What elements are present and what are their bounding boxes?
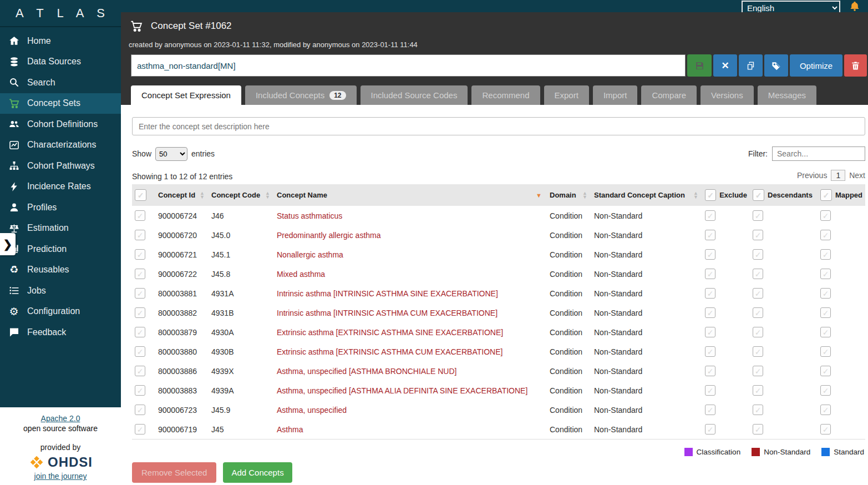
sidebar-item-home[interactable]: Home	[0, 31, 121, 52]
sidebar-item-jobs[interactable]: Jobs	[0, 280, 121, 301]
exclude-all-checkbox[interactable]: ✓	[705, 189, 716, 201]
concept-name-link[interactable]: Extrinsic asthma [EXTRINSIC ASTHMA SINE …	[277, 328, 503, 337]
sidebar-item-concept-sets[interactable]: Concept Sets	[0, 93, 121, 114]
descendants-all-checkbox[interactable]: ✓	[753, 189, 764, 201]
apache-license-link[interactable]: Apache 2.0	[41, 414, 80, 423]
mapped-checkbox[interactable]: ✓	[820, 249, 831, 260]
mapped-checkbox[interactable]: ✓	[820, 366, 831, 376]
filter-input[interactable]	[772, 146, 865, 161]
descendants-checkbox[interactable]: ✓	[753, 230, 763, 240]
concept-name-link[interactable]: Nonallergic asthma	[277, 250, 343, 259]
row-select-checkbox[interactable]: ✓	[135, 288, 145, 299]
select-all-header[interactable]: ✓	[132, 184, 155, 206]
exclude-checkbox[interactable]: ✓	[705, 249, 715, 260]
close-button[interactable]: ✕	[713, 54, 737, 77]
remove-selected-button[interactable]: Remove Selected	[132, 462, 216, 483]
sidebar-item-estimation[interactable]: Estimation	[0, 218, 121, 239]
mapped-checkbox[interactable]: ✓	[820, 269, 831, 279]
exclude-checkbox[interactable]: ✓	[705, 385, 715, 396]
tab-concept-set-expression[interactable]: Concept Set Expression	[131, 85, 241, 105]
sidebar-item-reusables[interactable]: ♻Reusables	[0, 260, 121, 281]
descendants-checkbox[interactable]: ✓	[753, 327, 763, 337]
concept-name-link[interactable]: Extrinsic asthma [EXTRINSIC ASTHMA CUM E…	[277, 347, 502, 356]
column-standard-concept-caption[interactable]: Standard Concept Caption▲▼	[591, 184, 702, 206]
descendants-checkbox[interactable]: ✓	[753, 249, 763, 260]
concept-name-link[interactable]: Asthma, unspecified [ASTHMA BRONCHIALE N…	[277, 367, 456, 376]
column-domain[interactable]: Domain▲▼	[547, 184, 591, 206]
sidebar-item-incidence-rates[interactable]: Incidence Rates	[0, 176, 121, 198]
column-mapped[interactable]: ✓Mapped	[818, 184, 865, 206]
exclude-checkbox[interactable]: ✓	[705, 327, 715, 337]
column-exclude[interactable]: ✓Exclude	[702, 184, 750, 206]
row-select-checkbox[interactable]: ✓	[135, 424, 145, 435]
descendants-checkbox[interactable]: ✓	[753, 405, 763, 415]
tab-import[interactable]: Import	[593, 85, 638, 105]
exclude-checkbox[interactable]: ✓	[705, 307, 715, 318]
tab-export[interactable]: Export	[544, 85, 589, 105]
concept-set-name-input[interactable]	[131, 54, 686, 77]
mapped-checkbox[interactable]: ✓	[820, 288, 831, 299]
descendants-checkbox[interactable]: ✓	[753, 288, 763, 299]
previous-page-button[interactable]: Previous	[797, 171, 827, 180]
sidebar-item-prediction[interactable]: Prediction	[0, 239, 121, 260]
row-select-checkbox[interactable]: ✓	[135, 385, 145, 396]
concept-name-link[interactable]: Asthma, unspecified [ASTHMA ALIA DEFINIT…	[277, 386, 527, 395]
mapped-checkbox[interactable]: ✓	[820, 405, 831, 415]
description-input[interactable]	[132, 117, 865, 135]
concept-name-link[interactable]: Intrinsic asthma [INTRINSIC ASTHMA CUM E…	[277, 309, 498, 317]
mapped-checkbox[interactable]: ✓	[820, 385, 831, 396]
mapped-checkbox[interactable]: ✓	[820, 346, 831, 357]
mapped-checkbox[interactable]: ✓	[820, 424, 831, 435]
tab-included-source-codes[interactable]: Included Source Codes	[361, 85, 468, 105]
row-select-checkbox[interactable]: ✓	[135, 269, 145, 279]
page-number-button[interactable]: 1	[831, 170, 845, 181]
concept-name-link[interactable]: Predominantly allergic asthma	[277, 231, 381, 240]
exclude-checkbox[interactable]: ✓	[705, 230, 715, 240]
row-select-checkbox[interactable]: ✓	[135, 307, 145, 318]
tab-recommend[interactable]: Recommend	[471, 85, 540, 105]
descendants-checkbox[interactable]: ✓	[753, 346, 763, 357]
sidebar-item-cohort-pathways[interactable]: Cohort Pathways	[0, 155, 121, 176]
exclude-checkbox[interactable]: ✓	[705, 288, 715, 299]
row-select-checkbox[interactable]: ✓	[135, 405, 145, 415]
mapped-checkbox[interactable]: ✓	[820, 210, 831, 221]
sidebar-item-search[interactable]: Search	[0, 72, 121, 93]
row-select-checkbox[interactable]: ✓	[135, 327, 145, 337]
column-concept-code[interactable]: Concept Code▲▼	[209, 184, 274, 206]
exclude-checkbox[interactable]: ✓	[705, 424, 715, 435]
join-journey-link[interactable]: join the journey	[34, 472, 87, 481]
column-descendants[interactable]: ✓Descendants	[750, 184, 818, 206]
add-concepts-button[interactable]: Add Concepts	[223, 462, 292, 483]
concept-name-link[interactable]: Intrinsic asthma [INTRINSIC ASTHMA SINE …	[277, 289, 498, 298]
tab-compare[interactable]: Compare	[641, 85, 697, 105]
column-concept-name[interactable]: Concept Name▼	[274, 184, 547, 206]
sidebar-item-configuration[interactable]: ⚙Configuration	[0, 301, 121, 322]
select-all-checkbox[interactable]: ✓	[135, 189, 146, 201]
copy-button[interactable]	[739, 54, 763, 77]
exclude-checkbox[interactable]: ✓	[705, 269, 715, 279]
tab-messages[interactable]: Messages	[758, 85, 816, 105]
column-concept-id[interactable]: Concept Id▲▼	[155, 184, 209, 206]
descendants-checkbox[interactable]: ✓	[753, 424, 763, 435]
sidebar-item-profiles[interactable]: Profiles	[0, 197, 121, 218]
concept-name-link[interactable]: Mixed asthma	[277, 270, 325, 279]
descendants-checkbox[interactable]: ✓	[753, 385, 763, 396]
sidebar-item-cohort-definitions[interactable]: Cohort Definitions	[0, 114, 121, 135]
tab-versions[interactable]: Versions	[701, 85, 754, 105]
descendants-checkbox[interactable]: ✓	[753, 366, 763, 376]
descendants-checkbox[interactable]: ✓	[753, 269, 763, 279]
tag-button[interactable]	[764, 54, 788, 77]
row-select-checkbox[interactable]: ✓	[135, 249, 145, 260]
row-select-checkbox[interactable]: ✓	[135, 366, 145, 376]
mapped-all-checkbox[interactable]: ✓	[820, 189, 832, 201]
descendants-checkbox[interactable]: ✓	[753, 307, 763, 318]
concept-name-link[interactable]: Asthma	[277, 425, 303, 434]
sidebar-item-characterizations[interactable]: Characterizations	[0, 135, 121, 156]
bell-icon[interactable]	[849, 1, 860, 12]
page-size-select[interactable]: 50	[155, 147, 187, 161]
concept-name-link[interactable]: Asthma, unspecified	[277, 406, 347, 415]
sidebar-expand-button[interactable]: ❯	[0, 233, 16, 255]
row-select-checkbox[interactable]: ✓	[135, 346, 145, 357]
delete-button[interactable]	[844, 54, 867, 77]
next-page-button[interactable]: Next	[849, 171, 865, 180]
